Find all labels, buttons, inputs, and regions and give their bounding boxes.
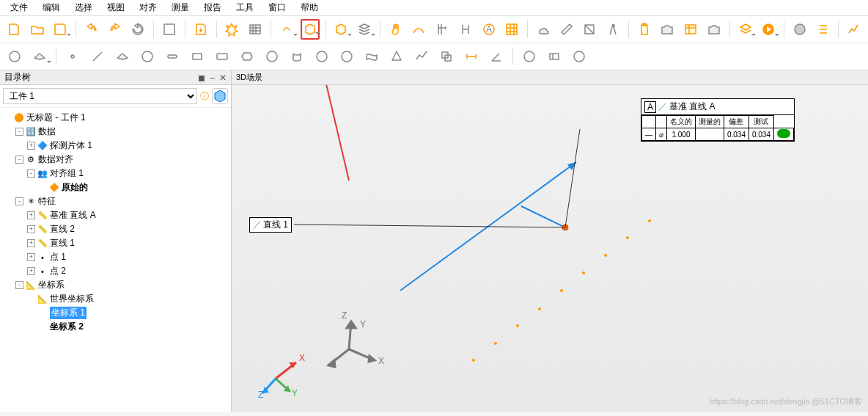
- open-icon[interactable]: [28, 19, 47, 40]
- tree-expand-icon[interactable]: +: [27, 253, 35, 261]
- ruler-icon[interactable]: [557, 19, 576, 40]
- caliper-icon[interactable]: [433, 19, 452, 40]
- menu-help[interactable]: 帮助: [293, 0, 326, 15]
- menu-file[interactable]: 文件: [3, 0, 35, 15]
- cube-button[interactable]: [212, 88, 228, 104]
- tree-node[interactable]: -📐坐标系: [1, 278, 229, 292]
- a-circle-icon[interactable]: A: [479, 19, 499, 40]
- tree-expand-icon[interactable]: -: [15, 128, 23, 136]
- line-icon[interactable]: [87, 46, 108, 67]
- menu-measure[interactable]: 测量: [164, 0, 196, 15]
- menu-align[interactable]: 对齐: [132, 0, 164, 15]
- tree-node[interactable]: 坐标系 2: [1, 320, 229, 334]
- circle-icon[interactable]: [137, 46, 158, 67]
- tree-node[interactable]: 🔶原始的: [1, 180, 229, 194]
- compass-icon[interactable]: [603, 19, 622, 40]
- round-rect-icon[interactable]: [212, 46, 232, 67]
- stop-icon[interactable]: [790, 19, 809, 40]
- tree-node[interactable]: 📐世界坐标系: [1, 292, 229, 306]
- hand-icon[interactable]: [386, 19, 405, 40]
- tree-node[interactable]: -✳特征: [1, 194, 229, 208]
- save-icon[interactable]: [51, 19, 70, 40]
- workpiece-select[interactable]: 工件 1: [3, 88, 197, 104]
- menu-edit[interactable]: 编辑: [35, 0, 67, 15]
- surface-icon[interactable]: [361, 46, 382, 67]
- play-icon[interactable]: [759, 19, 778, 40]
- tree-node[interactable]: -⚙数据对齐: [1, 153, 229, 167]
- menu-view[interactable]: 视图: [100, 0, 132, 15]
- tree-node[interactable]: +•点 1: [1, 250, 229, 264]
- ellipse-icon[interactable]: [262, 46, 282, 67]
- tree-node[interactable]: -🔢数据: [1, 125, 229, 139]
- slot-icon[interactable]: [162, 46, 183, 67]
- pin-icon[interactable]: ◼: [198, 73, 205, 83]
- point-icon[interactable]: [62, 46, 83, 67]
- tree-expand-icon[interactable]: +: [27, 225, 35, 233]
- camera-icon[interactable]: [705, 19, 724, 40]
- menu-tools[interactable]: 工具: [229, 0, 261, 15]
- tree-node[interactable]: 🟠无标题 - 工件 1: [1, 111, 229, 125]
- sphere-icon[interactable]: [312, 46, 332, 67]
- scale-icon[interactable]: [581, 19, 600, 40]
- plane-pts-icon[interactable]: [29, 46, 50, 67]
- model-tree[interactable]: 🟠无标题 - 工件 1-🔢数据+🔷探测片体 1-⚙数据对齐-👥对齐组 1🔶原始的…: [0, 108, 231, 412]
- tree-node[interactable]: +📏直线 2: [1, 222, 229, 236]
- gd-icon[interactable]: [544, 46, 564, 67]
- sphere-pts-icon[interactable]: [4, 46, 25, 67]
- line1-callout[interactable]: ／ 直线 1: [249, 217, 292, 233]
- viewport-3d[interactable]: 3D场景: [232, 70, 868, 412]
- gear-sm-icon[interactable]: [569, 46, 589, 67]
- menu-report[interactable]: 报告: [196, 0, 229, 15]
- new-icon[interactable]: [4, 19, 23, 40]
- burst-icon[interactable]: [222, 19, 241, 40]
- scene[interactable]: X Y Z X Y Z ／ 直线 1 A ／: [232, 85, 868, 412]
- tree-expand-icon[interactable]: +: [27, 239, 35, 247]
- tree-expand-icon[interactable]: +: [27, 267, 35, 275]
- target-icon[interactable]: [519, 46, 540, 67]
- grid-icon[interactable]: [502, 19, 521, 40]
- tree-expand-icon[interactable]: +: [27, 142, 35, 150]
- clipboard-icon[interactable]: [635, 19, 654, 40]
- path-icon[interactable]: [410, 19, 429, 40]
- bracket-icon[interactable]: [456, 19, 475, 40]
- tree-node[interactable]: +•点 2: [1, 264, 229, 278]
- layers-icon[interactable]: [736, 19, 755, 40]
- rect-icon[interactable]: [187, 46, 207, 67]
- undo-icon[interactable]: [82, 19, 101, 40]
- box-icon[interactable]: [331, 19, 350, 40]
- cylinder-icon[interactable]: [287, 46, 307, 67]
- plane-icon[interactable]: [112, 46, 133, 67]
- tree-node[interactable]: +📏直线 1: [1, 236, 229, 250]
- cloud-icon[interactable]: [277, 19, 296, 40]
- minimize-icon[interactable]: –: [210, 73, 215, 83]
- table-icon[interactable]: [681, 19, 700, 40]
- redo-icon[interactable]: [106, 19, 125, 40]
- polyline-icon[interactable]: [411, 46, 432, 67]
- cone-icon[interactable]: [386, 46, 407, 67]
- chart-icon[interactable]: [845, 19, 864, 40]
- info-icon[interactable]: ⓘ: [200, 90, 209, 103]
- tree-expand-icon[interactable]: -: [27, 169, 35, 178]
- menu-window[interactable]: 窗口: [261, 0, 293, 15]
- close-icon[interactable]: ✕: [219, 73, 227, 83]
- offset-icon[interactable]: [436, 46, 457, 67]
- menu-select[interactable]: 选择: [67, 0, 100, 15]
- list-icon[interactable]: [814, 19, 833, 40]
- tree-node[interactable]: -👥对齐组 1: [1, 167, 229, 180]
- tree-node[interactable]: +📏基准 直线 A: [1, 208, 229, 222]
- tree-expand-icon[interactable]: -: [15, 197, 23, 205]
- tree-expand-icon[interactable]: -: [15, 156, 23, 164]
- tree-expand-icon[interactable]: -: [15, 281, 23, 289]
- matrix-icon[interactable]: [246, 19, 265, 40]
- refresh-icon[interactable]: [129, 19, 148, 40]
- angle-icon[interactable]: [486, 46, 507, 67]
- cloud2-icon[interactable]: [534, 19, 553, 40]
- datum-callout[interactable]: A ／ 基准 直线 A 名义的 测量的 偏差 测试 — ⌀ 1.: [641, 98, 795, 142]
- tree-node[interactable]: +🔷探测片体 1: [1, 139, 229, 153]
- torus-icon[interactable]: [336, 46, 357, 67]
- dim-icon[interactable]: [461, 46, 482, 67]
- stack-icon[interactable]: [355, 19, 374, 40]
- settings-icon[interactable]: [160, 19, 179, 40]
- camera-plus-icon[interactable]: [658, 19, 677, 40]
- tree-expand-icon[interactable]: +: [27, 211, 35, 219]
